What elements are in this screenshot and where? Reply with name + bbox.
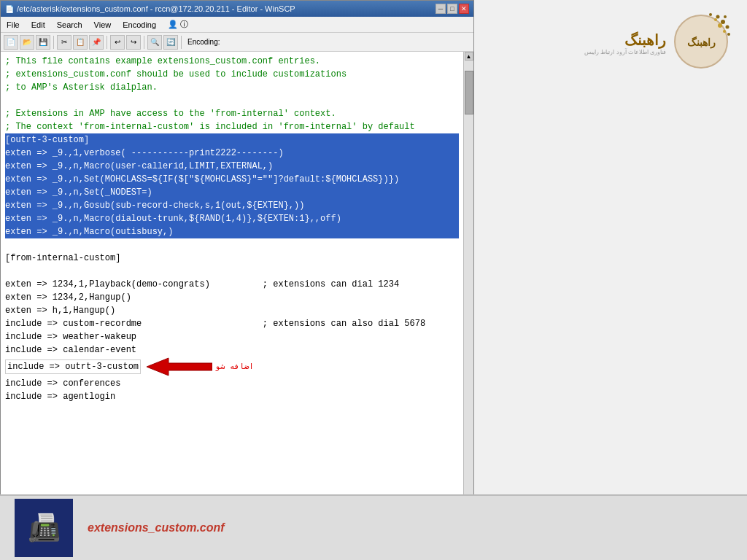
logo-subtitle: فناوری اطلاعات آرود ارتباط رایبس [584, 49, 666, 55]
svg-point-4 [726, 26, 729, 29]
editor-line-comment2: ; extensions_custom.conf should be used … [5, 68, 459, 81]
editor-line15: include => conferences [5, 377, 459, 390]
title-bar: 📄 /etc/asterisk/extensions_custom.conf -… [1, 1, 473, 17]
menu-user[interactable]: 👤 ⓘ [165, 18, 191, 31]
menu-edit[interactable]: Edit [28, 19, 48, 31]
filename-label: extensions_custom.conf [88, 521, 225, 534]
editor-line-blank2 [5, 238, 459, 252]
editor-line7: exten => _9.,n,Macro(outisbusy,) [5, 225, 459, 238]
editor-line16: include => agentlogin [5, 390, 459, 403]
svg-point-7 [716, 15, 720, 19]
toolbar-sep4 [181, 36, 182, 49]
editor-line-blank3 [5, 265, 459, 278]
phone-icon-box: 📠 [15, 499, 73, 557]
editor-line12: include => weather-wakeup [5, 330, 459, 343]
toolbar-new[interactable]: 📄 [4, 35, 18, 50]
toolbar-sep1 [53, 36, 54, 49]
vertical-scrollbar[interactable]: ▲ [463, 52, 473, 533]
toolbar-copy[interactable]: 📋 [73, 35, 88, 50]
logo-container: راهبنگ فناوری اطلاعات آرود ارتباط رایبس … [584, 11, 732, 76]
svg-point-5 [727, 33, 730, 36]
toolbar-sep3 [144, 36, 144, 49]
close-button[interactable]: ✕ [459, 4, 469, 14]
editor-line10: exten => h,1,Hangup() [5, 304, 459, 317]
editor-panel: 📄 /etc/asterisk/extensions_custom.conf -… [0, 0, 474, 560]
toolbar-replace[interactable]: 🔄 [163, 35, 178, 50]
editor-line-context2: [from-internal-custom] [5, 252, 459, 265]
toolbar-undo[interactable]: ↩ [110, 35, 125, 50]
editor-line13: include => calendar-event [5, 343, 459, 357]
editor-line8: exten => 1234,1,Playback(demo-congrats) … [5, 278, 459, 291]
editor-line3: exten => _9.,n,Set(MOHCLASS=${IF($["${MO… [5, 173, 459, 186]
editor-line14: include => outrt-3-custom [5, 359, 141, 374]
toolbar-sep2 [107, 36, 107, 49]
editor-line1: exten => _9.,1,verbose( -----------print… [5, 147, 459, 160]
svg-point-6 [724, 15, 727, 18]
svg-point-9 [718, 23, 722, 28]
editor-line9: exten => 1234,2,Hangup() [5, 291, 459, 304]
svg-point-11 [714, 18, 717, 21]
editor-line14-container: include => outrt-3-custom اضافه شو [5, 357, 459, 377]
editor-line-comment4: ; Extensions in AMP have access to the '… [5, 107, 459, 120]
toolbar-save[interactable]: 💾 [36, 35, 50, 50]
right-panel: راهبنگ فناوری اطلاعات آرود ارتباط رایبس … [474, 0, 747, 560]
annotation-added-here: اضافه شو [215, 360, 254, 373]
logo-text-container: راهبنگ فناوری اطلاعات آرود ارتباط رایبس [584, 31, 666, 55]
svg-text:راهبنگ: راهبنگ [687, 36, 716, 49]
svg-marker-0 [147, 358, 212, 376]
editor-line-comment5: ; The context 'from-internal-custom' is … [5, 120, 459, 133]
filename-container: extensions_custom.conf [88, 521, 225, 534]
toolbar-cut[interactable]: ✂ [57, 35, 71, 50]
logo-circle-icon: راهبنگ [670, 11, 732, 73]
editor-line2: exten => _9.,n,Macro(user-callerid,LIMIT… [5, 160, 459, 173]
editor-line5: exten => _9.,n,Gosub(sub-record-check,s,… [5, 199, 459, 212]
phone-icon: 📠 [28, 513, 61, 543]
maximize-button[interactable]: □ [447, 4, 457, 14]
logo-circle-container: راهبنگ [670, 11, 732, 76]
logo-wrapper: راهبنگ فناوری اطلاعات آرود ارتباط رایبس … [584, 11, 732, 76]
editor-area[interactable]: ; This file contains example extensions_… [1, 52, 473, 533]
red-arrow-icon [147, 357, 212, 377]
editor-line6: exten => _9.,n,Macro(dialout-trunk,${RAN… [5, 212, 459, 225]
toolbar-open[interactable]: 📂 [20, 35, 34, 50]
svg-point-10 [723, 30, 726, 33]
menu-file[interactable]: File [4, 19, 23, 31]
logo-main-text: راهبنگ [584, 31, 666, 49]
menu-bar: File Edit Search View Encoding 👤 ⓘ [1, 17, 473, 33]
editor-line4: exten => _9.,n,Set(_NODEST=) [5, 186, 459, 199]
svg-point-3 [721, 20, 725, 24]
svg-point-8 [709, 13, 712, 16]
toolbar-find[interactable]: 🔍 [147, 35, 162, 50]
scrollbar-thumb[interactable] [465, 71, 473, 114]
editor-line-comment1: ; This file contains example extensions_… [5, 55, 459, 68]
menu-search[interactable]: Search [54, 19, 85, 31]
toolbar: 📄 📂 💾 ✂ 📋 📌 ↩ ↪ 🔍 🔄 Encoding: [1, 33, 473, 52]
arrow-annotation: اضافه شو [147, 357, 254, 377]
toolbar-paste[interactable]: 📌 [89, 35, 104, 50]
bottom-section: 📠 extensions_custom.conf [0, 494, 747, 560]
logo-area: راهبنگ فناوری اطلاعات آرود ارتباط رایبس … [481, 7, 740, 79]
editor-line-blank1 [5, 94, 459, 107]
encoding-label: Encoding: [187, 38, 220, 46]
menu-encoding[interactable]: Encoding [120, 19, 159, 31]
title-text: /etc/asterisk/extensions_custom.conf - r… [17, 4, 295, 13]
scroll-up-button[interactable]: ▲ [465, 52, 473, 61]
minimize-button[interactable]: ─ [436, 4, 446, 14]
editor-content[interactable]: ; This file contains example extensions_… [1, 52, 463, 533]
menu-view[interactable]: View [91, 19, 115, 31]
editor-line-context1: [outrt-3-custom] [5, 133, 459, 147]
toolbar-redo[interactable]: ↪ [126, 35, 141, 50]
editor-line-comment3: ; to AMP's Asterisk dialplan. [5, 81, 459, 94]
editor-line11: include => custom-recordme ; extensions … [5, 317, 459, 330]
